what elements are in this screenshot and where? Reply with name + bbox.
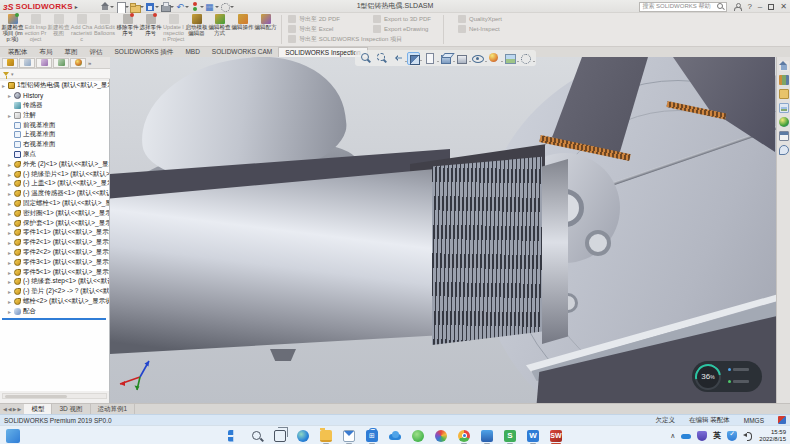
taskbar-app-icon[interactable] xyxy=(479,428,495,444)
taskbar-app-icon[interactable] xyxy=(433,428,449,444)
volume-icon[interactable] xyxy=(743,431,753,441)
task-pane-icon[interactable] xyxy=(779,61,789,71)
widgets-icon[interactable] xyxy=(6,429,20,443)
status-item[interactable]: 在编辑 装配体 xyxy=(689,416,730,425)
tab-dimxpert-manager[interactable] xyxy=(53,58,69,68)
tab-featuremanager-tree[interactable] xyxy=(2,58,18,68)
tree-item[interactable]: ▸ 右视基准面 xyxy=(0,140,109,150)
ribbon-tab[interactable]: 草图 xyxy=(59,47,84,57)
status-item[interactable]: 欠定义 xyxy=(655,416,675,425)
export-button[interactable]: Export eDrawing xyxy=(373,25,431,33)
filter-funnel-icon[interactable] xyxy=(3,72,9,76)
ribbon-button[interactable]: 新建检查视图 xyxy=(47,13,70,46)
export-button[interactable]: QualityXpert xyxy=(458,15,502,23)
tree-item[interactable]: ▸ 前视基准面 xyxy=(0,120,109,130)
view-tool-icon[interactable] xyxy=(471,52,484,65)
taskbar-app-icon[interactable] xyxy=(387,428,403,444)
hud-row[interactable] xyxy=(728,368,749,371)
view-tool-icon[interactable] xyxy=(423,52,436,65)
tree-item[interactable]: ▸ (-) 温度传感器<1> (默认<<默认>_ xyxy=(0,189,109,199)
dropdown-caret[interactable] xyxy=(533,61,535,63)
tree-item[interactable]: ▸ 密封圈<1> (默认<<默认>_显示状 xyxy=(0,208,109,218)
view-tool-icon[interactable] xyxy=(519,52,532,65)
taskbar-app-icon[interactable] xyxy=(272,428,288,444)
tree-item[interactable]: ▸ History xyxy=(0,91,109,101)
status-tag-icon[interactable] xyxy=(778,416,786,424)
view-tool-icon[interactable] xyxy=(359,52,372,65)
tree-item[interactable]: ▸ (-) 上盖<1> (默认<<默认>_显示状 xyxy=(0,179,109,189)
taskbar-app-icon[interactable]: SW xyxy=(548,428,564,444)
tree-item[interactable]: ▸ (-) 绝缘套.step<1> (默认<<默认> xyxy=(0,277,109,287)
search-input[interactable]: 搜索 SOLIDWORKS 帮助 xyxy=(639,2,727,12)
ribbon-button[interactable]: 编辑配方 xyxy=(254,13,277,46)
tree-item[interactable]: ▸ 原点 xyxy=(0,150,109,160)
task-pane-icon[interactable] xyxy=(779,75,789,85)
ribbon-tab[interactable]: MBD xyxy=(179,47,205,57)
hud-row[interactable] xyxy=(728,380,749,383)
ribbon-button[interactable]: Update Inspection Project xyxy=(162,13,185,46)
tree-horizontal-scrollbar[interactable] xyxy=(2,393,107,399)
taskbar-app-icon[interactable]: S xyxy=(502,428,518,444)
tree-item[interactable]: ▸ 上视基准面 xyxy=(0,130,109,140)
login-icon[interactable] xyxy=(733,3,741,11)
view-tool-icon[interactable] xyxy=(503,52,516,65)
task-pane-icon[interactable] xyxy=(779,117,789,127)
model-bolt-hole[interactable] xyxy=(585,230,611,256)
document-tab[interactable]: 3D 视图 xyxy=(52,404,90,414)
taskbar-clock[interactable]: 15:59 2022/8/15 xyxy=(759,429,786,443)
export-button[interactable]: Net-Inspect xyxy=(458,25,502,33)
minimize-button[interactable]: – xyxy=(758,2,762,12)
taskbar-app-icon[interactable] xyxy=(295,428,311,444)
tree-item[interactable]: ▸ 注解 xyxy=(0,110,109,120)
tree-item[interactable]: ▸ 零件5<1> (默认<<默认>_显示状 xyxy=(0,267,109,277)
task-pane-icon[interactable] xyxy=(779,131,789,141)
tray-overflow-chevron[interactable]: ∧ xyxy=(670,432,675,440)
task-pane-icon[interactable] xyxy=(779,103,789,113)
taskbar-app-icon[interactable]: W xyxy=(525,428,541,444)
scrollbar-thumb[interactable] xyxy=(5,395,67,399)
tree-item[interactable]: ▸ (-) 绝缘垫片<1> (默认<<默认>_显 xyxy=(0,169,109,179)
tree-root-item[interactable]: ▸ 1型铝铸热电偶 (默认<默认>_显示状态-1> xyxy=(0,81,109,91)
view-tool-icon[interactable] xyxy=(455,52,468,65)
search-icon[interactable] xyxy=(717,3,724,10)
rollback-bar[interactable] xyxy=(2,318,106,320)
taskbar-app-icon[interactable] xyxy=(318,428,334,444)
taskbar-app-icon[interactable] xyxy=(410,428,426,444)
tree-item[interactable]: ▸ 螺栓<2> (默认<<默认>_显示状态 xyxy=(0,297,109,307)
model-fin-section[interactable] xyxy=(432,153,542,345)
tree-item[interactable]: ▸ 零件3<1> (默认<<默认>_显示状 xyxy=(0,257,109,267)
tree-item[interactable]: ▸ (-) 垫片 (2)<2> -> ? (默认<<默认> xyxy=(0,287,109,297)
export-button[interactable]: 导出至 SOLIDWORKS Inspection 项目 xyxy=(288,35,402,43)
document-tab[interactable]: 模型 xyxy=(24,404,52,414)
panel-tabs-overflow[interactable]: » xyxy=(87,60,91,66)
taskbar-app-icon[interactable] xyxy=(226,428,242,444)
taskbar-app-icon[interactable] xyxy=(456,428,472,444)
zoom-hud[interactable]: 36% xyxy=(692,361,762,392)
ribbon-button[interactable]: Add/Edit Balloons xyxy=(93,13,116,46)
defender-shield-icon[interactable] xyxy=(727,431,737,441)
tree-item[interactable]: ▸ 固定螺栓<1> (默认<<默认>_显示 xyxy=(0,199,109,209)
tree-item[interactable]: ▸ 配合 xyxy=(0,306,109,316)
ribbon-button[interactable]: 移除零件序号 xyxy=(116,13,139,46)
tab-configuration-manager[interactable] xyxy=(36,58,52,68)
task-pane-icon[interactable] xyxy=(779,145,789,155)
tree-item[interactable]: ▸ 零件1<1> (默认<<默认>_显示状 xyxy=(0,228,109,238)
view-tool-icon[interactable] xyxy=(487,52,500,65)
tree-item[interactable]: ▸ 外壳 (2)<1> (默认<<默认>_显示状 xyxy=(0,159,109,169)
document-tab[interactable]: 运动算例1 xyxy=(91,404,136,414)
view-tool-icon[interactable] xyxy=(407,52,420,65)
close-button[interactable]: ✕ xyxy=(780,2,787,12)
onedrive-icon[interactable] xyxy=(681,431,691,441)
restore-button[interactable] xyxy=(768,4,774,10)
ribbon-button[interactable]: 编辑检查方式 xyxy=(208,13,231,46)
ribbon-button[interactable]: 新建检查项目 (imp:项) xyxy=(1,13,24,46)
task-pane-icon[interactable] xyxy=(779,89,789,99)
ribbon-button[interactable]: 选择零件序号 xyxy=(139,13,162,46)
export-button[interactable]: Export to 3D PDF xyxy=(373,15,431,23)
ribbon-button[interactable]: 启动模板编辑器 xyxy=(185,13,208,46)
ribbon-tab[interactable]: 布局 xyxy=(34,47,59,57)
dropdown-caret[interactable] xyxy=(420,60,422,62)
ime-indicator[interactable]: 英 xyxy=(713,430,721,441)
ribbon-tab[interactable]: 评估 xyxy=(84,47,109,57)
tab-property-manager[interactable] xyxy=(19,58,35,68)
